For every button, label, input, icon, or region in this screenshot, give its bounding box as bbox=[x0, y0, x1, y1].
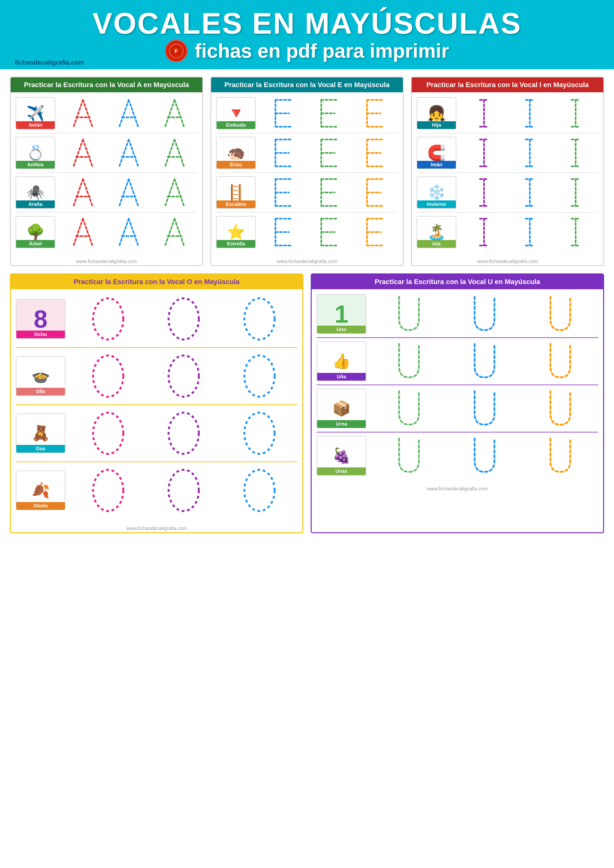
dotted-U-12 bbox=[544, 436, 577, 476]
worksheet-a: Practicar la Escritura con la Vocal A en… bbox=[10, 77, 203, 266]
worksheet-e-body: 🔻 Embudo bbox=[211, 92, 403, 257]
image-olla: 🍲 Olla bbox=[16, 356, 65, 396]
svg-point-9 bbox=[169, 413, 199, 454]
ws-u-row-3: 📦 Urna bbox=[317, 389, 598, 432]
svg-point-12 bbox=[169, 470, 199, 511]
isla-icon: 🏝️ bbox=[427, 225, 446, 240]
ws-o-letters-1 bbox=[70, 294, 297, 344]
ws-a-row-1: ✈️ Avión bbox=[16, 97, 197, 133]
dotted-E-12 bbox=[361, 216, 389, 248]
dotted-U-3 bbox=[544, 294, 577, 334]
image-una: 👍 Uña bbox=[317, 341, 366, 381]
ws-o-row-4: 🍂 Otoño bbox=[16, 466, 297, 519]
svg-point-2 bbox=[93, 298, 123, 340]
dotted-O-6 bbox=[239, 351, 279, 401]
dotted-E-10 bbox=[270, 216, 297, 248]
dotted-E-7 bbox=[270, 177, 297, 209]
dotted-U-9 bbox=[544, 389, 577, 428]
avion-icon: ✈️ bbox=[26, 106, 45, 121]
ws-e-letters-2 bbox=[261, 137, 398, 169]
image-arbol: 🌳 Árbol bbox=[16, 216, 55, 248]
dotted-U-6 bbox=[544, 341, 577, 381]
image-embudo: 🔻 Embudo bbox=[216, 97, 256, 129]
ws-u-letters-1 bbox=[371, 294, 598, 334]
ws-i-row-4: 🏝️ Isla bbox=[417, 216, 598, 252]
svg-point-11 bbox=[93, 470, 123, 511]
dotted-I-6 bbox=[562, 137, 589, 169]
ws-o-row-1: 8 Ocho bbox=[16, 294, 297, 348]
worksheet-e: Practicar la Escritura con la Vocal E en… bbox=[210, 77, 404, 266]
svg-point-3 bbox=[169, 298, 199, 340]
header-website: fichasdecaligrafia.com bbox=[15, 59, 84, 66]
escalera-icon: 🪜 bbox=[227, 185, 246, 200]
urna-label: Urna bbox=[317, 420, 366, 428]
dotted-U-7 bbox=[393, 389, 425, 428]
dotted-I-8 bbox=[516, 177, 543, 209]
image-urna: 📦 Urna bbox=[317, 389, 366, 428]
iman-label: Imán bbox=[417, 161, 456, 169]
image-iman: 🧲 Imán bbox=[417, 137, 456, 169]
arana-icon: 🕷️ bbox=[26, 185, 45, 200]
dotted-O-1 bbox=[89, 294, 128, 344]
ws-a-row-3: 🕷️ Araña bbox=[16, 177, 197, 212]
ws-o-letters-2 bbox=[70, 351, 297, 401]
dotted-E-9 bbox=[361, 177, 389, 209]
uvas-icon: 🍇 bbox=[332, 448, 351, 463]
erizo-label: Erizo bbox=[217, 161, 255, 169]
dotted-O-3 bbox=[239, 294, 279, 344]
erizo-icon: 🦔 bbox=[227, 146, 246, 160]
una-label: Uña bbox=[317, 373, 366, 381]
image-escalera: 🪜 Escalera bbox=[216, 177, 256, 209]
worksheet-a-header: Practicar la Escritura con la Vocal A en… bbox=[11, 78, 202, 92]
dotted-O-5 bbox=[164, 351, 204, 401]
worksheet-i: Practicar la Escritura con la Vocal I en… bbox=[411, 77, 604, 266]
dotted-I-3 bbox=[562, 97, 589, 129]
dotted-A-5 bbox=[115, 137, 142, 169]
image-oso: 🧸 Oso bbox=[16, 414, 65, 453]
svg-point-7 bbox=[244, 356, 275, 397]
dotted-U-11 bbox=[468, 436, 501, 476]
dotted-E-5 bbox=[316, 137, 343, 169]
image-invierno: ❄️ Invierno bbox=[417, 177, 456, 209]
ws-o-letters-3 bbox=[70, 409, 297, 458]
ws-o-row-2: 🍲 Olla bbox=[16, 351, 297, 405]
dotted-A-1 bbox=[69, 97, 96, 129]
ws-u-row-2: 👍 Uña bbox=[317, 341, 598, 385]
svg-text:F: F bbox=[174, 48, 178, 54]
ws-e-letters-1 bbox=[261, 97, 398, 129]
page-header: VOCALES EN MAYÚSCULAS F fichas en pdf pa… bbox=[0, 0, 614, 69]
svg-point-6 bbox=[169, 356, 199, 397]
estrella-label: Estrella bbox=[217, 240, 255, 248]
image-uvas: 🍇 Uvas bbox=[317, 436, 366, 476]
ws-a-letters-4 bbox=[60, 216, 197, 248]
olla-icon: 🍲 bbox=[31, 369, 50, 383]
dotted-U-8 bbox=[468, 389, 501, 428]
dotted-A-2 bbox=[115, 97, 142, 129]
ws-i-row-2: 🧲 Imán bbox=[417, 137, 598, 173]
worksheet-o-body: 8 Ocho bbox=[11, 289, 302, 524]
worksheet-e-header: Practicar la Escritura con la Vocal E en… bbox=[211, 78, 403, 92]
ws-i-letters-3 bbox=[461, 177, 598, 209]
dotted-I-9 bbox=[562, 177, 589, 209]
ws-i-row-1: 👧 Hija bbox=[417, 97, 598, 133]
dotted-I-10 bbox=[470, 216, 497, 248]
svg-point-8 bbox=[93, 413, 123, 454]
image-anillos: 💍 Anillos bbox=[16, 137, 55, 169]
ws-o-row-3: 🧸 Oso bbox=[16, 409, 297, 462]
ws-i-letters-1 bbox=[461, 97, 598, 129]
arbol-label: Árbol bbox=[16, 240, 55, 248]
dotted-O-9 bbox=[239, 409, 279, 458]
hija-label: Hija bbox=[417, 121, 456, 129]
dotted-E-3 bbox=[361, 97, 389, 129]
svg-point-10 bbox=[244, 413, 275, 454]
ws-a-letters-3 bbox=[60, 177, 197, 209]
avion-label: Avión bbox=[16, 121, 55, 129]
worksheet-o: Practicar la Escritura con la Vocal O en… bbox=[10, 273, 303, 533]
ws-a-letters-2 bbox=[60, 137, 197, 169]
uvas-label: Uvas bbox=[317, 467, 366, 475]
dotted-U-2 bbox=[468, 294, 501, 334]
dotted-E-4 bbox=[270, 137, 297, 169]
anillos-label: Anillos bbox=[16, 161, 55, 169]
dotted-O-4 bbox=[89, 351, 128, 401]
ws-i-footer: www.fichasdecaligrafia.com bbox=[412, 257, 603, 265]
